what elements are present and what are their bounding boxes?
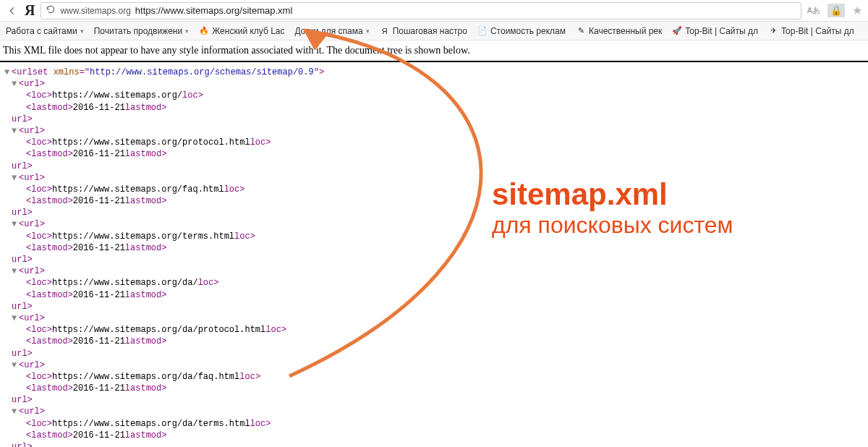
collapse-toggle[interactable]: ▼ [12, 218, 19, 230]
xml-line: url> [1, 161, 867, 172]
collapse-toggle[interactable]: ▼ [4, 67, 12, 78]
bookmark-item[interactable]: Работа с сайтами▾ [6, 26, 84, 36]
xml-line: ▼<url> [1, 125, 867, 137]
xml-line: url> [1, 207, 867, 218]
xml-line: <loc>https://www.sitemaps.org/da/loc> [1, 277, 867, 289]
collapse-toggle[interactable]: ▼ [12, 406, 19, 417]
bookmark-label: Женский клуб Lac [212, 26, 284, 36]
xml-line: <loc>https://www.sitemaps.org/da/faq.htm… [1, 371, 867, 383]
xml-line: ▼<url> [1, 172, 867, 184]
collapse-toggle[interactable]: ▼ [12, 172, 19, 184]
bookmark-item[interactable]: 🔥Женский клуб Lac [199, 26, 284, 36]
xml-line: ▼<url> [1, 265, 867, 277]
yandex-logo[interactable]: Я [25, 2, 35, 19]
xml-line: <loc>https://www.sitemaps.org/da/protoco… [1, 324, 867, 336]
xml-line: ▼<urlset xmlns="http://www.sitemaps.org/… [1, 67, 867, 78]
bookmark-label: Top-Bit | Сайты дл [781, 26, 854, 36]
xml-line: <loc>https://www.sitemaps.org/protocol.h… [1, 137, 867, 148]
domain-label: www.sitemaps.org [60, 6, 130, 16]
xml-line: <lastmod>2016-11-21lastmod> [1, 336, 867, 347]
address-bar[interactable]: www.sitemaps.org [41, 2, 801, 20]
bookmark-icon: ✈ [768, 26, 778, 36]
toolbar-right: Aあ 🔒 ★ [807, 4, 862, 17]
bookmark-label: Стоимость реклам [490, 26, 566, 36]
bookmark-item[interactable]: Доски для спама▾ [295, 26, 370, 36]
bookmark-label: Пошаговая настро [393, 26, 467, 36]
xml-line: <lastmod>2016-11-21lastmod> [1, 102, 867, 114]
bookmark-icon: Я [380, 26, 390, 36]
bookmark-icon: 🚀 [672, 26, 682, 36]
xml-line: url> [1, 254, 867, 265]
xml-tree: ▼<urlset xmlns="http://www.sitemaps.org/… [0, 62, 868, 447]
xml-line: <lastmod>2016-11-21lastmod> [1, 195, 867, 207]
translate-icon[interactable]: Aあ [807, 5, 820, 16]
bookmark-item[interactable]: 🚀Top-Bit | Сайты дл [672, 26, 758, 36]
bookmark-label: Почитать продвижени [94, 26, 183, 36]
bookmark-icon: ✎ [576, 26, 586, 36]
xml-line: ▼<url> [1, 218, 867, 230]
xml-line: <loc>https://www.sitemaps.org/loc> [1, 90, 867, 101]
browser-toolbar: Я www.sitemaps.org Aあ 🔒 ★ [0, 0, 868, 22]
xml-line: ▼<url> [1, 78, 867, 90]
bookmark-item[interactable]: Почитать продвижени▾ [94, 26, 190, 36]
secure-icon: 🔒 [827, 4, 845, 17]
bookmark-icon: 📄 [477, 26, 488, 36]
bookmark-item[interactable]: ЯПошаговая настро [380, 26, 467, 36]
bookmark-label: Качественный рек [589, 26, 662, 36]
xml-line: url> [1, 348, 867, 359]
xml-line: ▼<url> [1, 312, 867, 324]
bookmark-item[interactable]: ✈Top-Bit | Сайты дл [768, 26, 854, 36]
xml-line: <lastmod>2016-11-21lastmod> [1, 383, 867, 394]
xml-line: <lastmod>2016-11-21lastmod> [1, 289, 867, 301]
collapse-toggle[interactable]: ▼ [12, 312, 19, 324]
collapse-toggle[interactable]: ▼ [12, 125, 19, 137]
xml-line: ▼<url> [1, 406, 867, 417]
xml-line: <lastmod>2016-11-21lastmod> [1, 242, 867, 254]
bookmarks-bar: Работа с сайтами▾Почитать продвижени▾🔥Же… [0, 22, 868, 41]
collapse-toggle[interactable]: ▼ [12, 78, 19, 90]
xml-line: <lastmod>2016-11-21lastmod> [1, 430, 867, 441]
xml-notice: This XML file does not appear to have an… [0, 41, 868, 62]
xml-line: <loc>https://www.sitemaps.org/faq.htmllo… [1, 184, 867, 195]
collapse-toggle[interactable]: ▼ [12, 265, 19, 277]
xml-line: <lastmod>2016-11-21lastmod> [1, 148, 867, 160]
xml-line: url> [1, 114, 867, 125]
xml-line: <loc>https://www.sitemaps.org/terms.html… [1, 231, 867, 242]
bookmark-label: Top-Bit | Сайты дл [685, 26, 758, 36]
collapse-toggle[interactable]: ▼ [12, 359, 19, 371]
star-icon[interactable]: ★ [852, 4, 862, 17]
reload-icon[interactable] [46, 4, 56, 17]
xml-line: url> [1, 394, 867, 406]
bookmark-label: Доски для спама [295, 26, 363, 36]
bookmark-label: Работа с сайтами [6, 26, 77, 36]
xml-line: url> [1, 301, 867, 312]
url-input[interactable] [135, 5, 796, 16]
back-button[interactable] [6, 4, 19, 17]
xml-line: ▼<url> [1, 359, 867, 371]
bookmark-item[interactable]: 📄Стоимость реклам [477, 26, 566, 36]
bookmark-icon: 🔥 [199, 26, 209, 36]
bookmark-item[interactable]: ✎Качественный рек [576, 26, 662, 36]
xml-line: <loc>https://www.sitemaps.org/da/terms.h… [1, 418, 867, 430]
xml-line: url> [1, 441, 867, 447]
